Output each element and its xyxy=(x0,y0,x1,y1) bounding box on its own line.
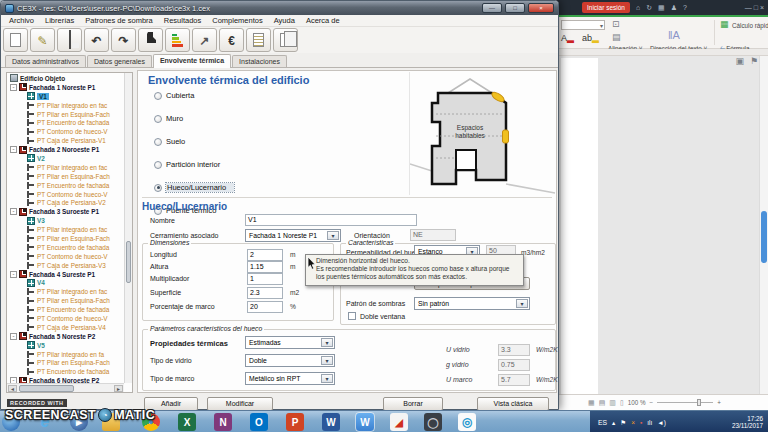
footprint-button[interactable] xyxy=(138,28,163,52)
borders-icon[interactable]: ⊡ xyxy=(612,20,620,29)
profile-icon[interactable]: ♟ xyxy=(671,4,677,11)
text-direction-icon[interactable]: ‖A xyxy=(668,31,680,40)
menu-archivo[interactable]: Archivo xyxy=(9,16,34,25)
tree-row[interactable]: PT Pilar en Esquina-Fach xyxy=(7,172,124,181)
wps-sheet-sliver[interactable] xyxy=(561,58,598,394)
menu-resultados[interactable]: Resultados xyxy=(164,16,202,25)
apps-grid-icon[interactable]: ▦ xyxy=(658,4,665,11)
menu-complementos[interactable]: Complementos xyxy=(212,16,262,25)
par-select-tipo-de-vidrio[interactable]: Doble xyxy=(245,354,335,367)
tree-row[interactable]: PT Pilar en Esquina-Fach xyxy=(7,110,124,119)
tree-row[interactable]: PT Pilar integrado en fac xyxy=(7,163,124,172)
tree-row[interactable]: PT Contorno de hueco-V xyxy=(7,252,124,261)
tree-vertical-scrollbar[interactable] xyxy=(124,73,132,383)
radio-dot[interactable] xyxy=(154,92,162,100)
tree-row[interactable]: PT Caja de Persiana-V4 xyxy=(7,323,124,332)
radio-dot[interactable] xyxy=(154,184,162,192)
maximize-button[interactable]: □ xyxy=(505,3,525,13)
vista-cl-sica-button[interactable]: Vista clásica xyxy=(477,397,549,411)
radio-cubierta[interactable]: Cubierta xyxy=(154,91,194,100)
language-indicator[interactable]: ES xyxy=(598,419,607,426)
tree-vscroll-thumb[interactable] xyxy=(126,241,131,283)
tree-row[interactable]: PT Pilar integrado en fac xyxy=(7,287,124,296)
expander-icon[interactable]: - xyxy=(10,271,17,278)
radio-suelo[interactable]: Suelo xyxy=(154,137,185,146)
tree-row[interactable]: PT Caja de Persiana-V2 xyxy=(7,198,124,207)
font-color-icon[interactable]: A▂ xyxy=(561,34,574,43)
dim-input-multiplicador[interactable]: 1 xyxy=(247,273,283,285)
dim-input-altura[interactable]: 1.15 xyxy=(247,261,283,273)
tab-datos-generales[interactable]: Datos generales xyxy=(87,55,152,67)
powerpoint-taskbar-icon[interactable]: P xyxy=(286,413,304,431)
patron-sombras-select[interactable]: Sin patrón xyxy=(414,297,530,310)
radio-dot[interactable] xyxy=(154,138,162,146)
tree-row[interactable]: PT Pilar en Esquina-Fach xyxy=(7,234,124,243)
new-file-button[interactable] xyxy=(3,28,28,52)
dim-input-longitud[interactable]: 2 xyxy=(247,249,283,261)
tree-row[interactable]: PT Caja de Persiana-V3 xyxy=(7,261,124,270)
tree-row[interactable]: PT Contorno de hueco-V xyxy=(7,314,124,323)
tree-row[interactable]: -Fachada 6 Noroeste P2 xyxy=(7,376,124,383)
tree-row[interactable]: -Fachada 1 Noreste P1 xyxy=(7,83,124,92)
borrar-button[interactable]: Borrar xyxy=(383,397,443,411)
view-layout-icon[interactable]: ▤ xyxy=(599,399,606,407)
wps-vertical-scrollbar[interactable] xyxy=(759,56,768,394)
highlight-color-icon[interactable]: ab▂ xyxy=(582,34,599,43)
zoom-out-button[interactable]: − xyxy=(650,399,654,406)
tree-row[interactable]: -Fachada 2 Noroeste P1 xyxy=(7,145,124,154)
zoom-in-button[interactable]: + xyxy=(717,399,721,406)
tab-envolvente-t-rmica[interactable]: Envolvente térmica xyxy=(153,54,231,68)
expander-icon[interactable]: - xyxy=(10,208,17,215)
clock[interactable]: 17:26 23/11/2017 xyxy=(732,415,763,429)
tab-datos-administrativos[interactable]: Datos administrativos xyxy=(5,55,86,67)
expander-icon[interactable]: - xyxy=(10,333,17,340)
radio-hueco-lucernario[interactable]: Hueco/Lucernario xyxy=(154,183,234,192)
pane-icon-2[interactable]: ⚑ xyxy=(750,57,758,66)
store-icon[interactable]: ⌂ xyxy=(636,4,640,11)
view-normal-icon[interactable]: ▦ xyxy=(588,399,595,407)
dim-input-superficie[interactable]: 2.3 xyxy=(247,287,283,299)
radio-dot[interactable] xyxy=(154,115,162,123)
help-icon[interactable]: ? xyxy=(683,4,687,11)
edit-button[interactable]: ✎ xyxy=(30,28,55,52)
menu-ayuda[interactable]: Ayuda xyxy=(274,16,295,25)
tree-row[interactable]: PT Contorno de hueco-V xyxy=(7,190,124,199)
tree-row[interactable]: PT Encuentro de fachada xyxy=(7,118,124,127)
doble-ventana-checkbox[interactable] xyxy=(348,312,356,320)
tree-row[interactable]: -Fachada 4 Sureste P1 xyxy=(7,270,124,279)
network-icon[interactable]: ılı xyxy=(647,419,652,426)
tree-row[interactable]: PT Encuentro de fachada xyxy=(7,305,124,314)
wps-scroll-thumb[interactable] xyxy=(761,211,767,263)
minimize-button[interactable]: — xyxy=(482,3,502,13)
tree-horizontal-scrollbar[interactable]: ◄ ► xyxy=(7,383,124,392)
align-icon[interactable]: ▤ xyxy=(612,33,621,42)
tree-row[interactable]: PT Pilar en Esquina-Fach xyxy=(7,359,124,368)
dim-input-porcentaje-de-marco[interactable]: 20 xyxy=(247,301,283,313)
excel-taskbar-icon[interactable]: X xyxy=(178,413,196,431)
alert-icon[interactable]: × xyxy=(631,419,635,426)
energy-rating-button[interactable] xyxy=(165,28,190,52)
certificate-button[interactable]: ↗ xyxy=(192,28,217,52)
modificar-button[interactable]: Modificar xyxy=(207,397,273,411)
titlebar[interactable]: CE3X - res: C:\Users\user.user-PC\Downlo… xyxy=(1,1,558,15)
view-break-icon[interactable]: ▥ xyxy=(609,399,616,407)
tree-row[interactable]: PT Caja de Persiana-V1 xyxy=(7,136,124,145)
font-size-combobox[interactable] xyxy=(561,20,605,30)
show-hidden-icons[interactable]: ▴ xyxy=(612,419,615,426)
tree-row[interactable]: V1 xyxy=(7,92,124,101)
refresh-icon[interactable]: ↻ xyxy=(646,4,652,11)
tree-row[interactable]: PT Pilar integrado en fac xyxy=(7,225,124,234)
scroll-left-arrow[interactable]: ◄ xyxy=(8,385,17,392)
tree-row[interactable]: PT Encuentro de fachada xyxy=(7,367,124,376)
par-select-tipo-de-marco[interactable]: Metálico sin RPT xyxy=(245,372,335,385)
onenote-taskbar-icon[interactable]: N xyxy=(214,413,232,431)
radio-partici-n-interior[interactable]: Partición interior xyxy=(154,160,220,169)
expander-icon[interactable]: - xyxy=(10,146,17,153)
tree-row[interactable]: -Fachada 5 Noreste P2 xyxy=(7,332,124,341)
tree-row[interactable]: PT Pilar en Esquina-Fach xyxy=(7,296,124,305)
cerramiento-select[interactable]: Fachada 1 Noreste P1 xyxy=(245,229,341,242)
expander-icon[interactable]: - xyxy=(10,84,17,91)
tree-hscroll-thumb[interactable] xyxy=(19,385,74,392)
tree-row[interactable]: Edificio Objeto xyxy=(7,74,124,83)
action-center-flag-icon[interactable]: ⚑ xyxy=(620,419,626,426)
